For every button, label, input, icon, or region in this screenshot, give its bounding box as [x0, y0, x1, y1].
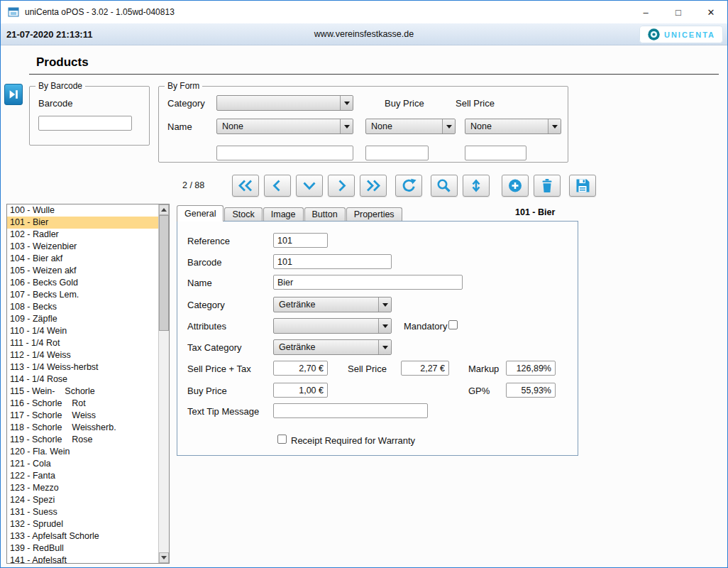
chevron-down-icon [378, 340, 391, 354]
sell-price-filter-mode: None [470, 121, 492, 131]
product-list-item[interactable]: 102 - Radler [7, 229, 158, 241]
delete-record-button[interactable] [534, 175, 561, 197]
product-list-item[interactable]: 132 - Sprudel [7, 518, 158, 530]
buy-price-filter-input[interactable] [365, 146, 429, 160]
refresh-button[interactable] [395, 175, 422, 197]
reference-input[interactable] [273, 233, 328, 248]
product-list-item[interactable]: 141 - Apfelsaft [7, 555, 158, 563]
product-list-item[interactable]: 111 - 1/4 Rot [7, 337, 158, 349]
expand-list-button[interactable] [296, 175, 323, 197]
product-list-item[interactable]: 118 - Schorle Weissherb. [7, 422, 158, 434]
product-list-item[interactable]: 133 - Apfelsaft Schorle [7, 530, 158, 542]
text-tip-input[interactable] [273, 403, 428, 418]
delete-record-icon [539, 178, 556, 193]
tab-image[interactable]: Image [263, 207, 304, 222]
sort-icon [468, 178, 485, 193]
sell-price-tax-input[interactable] [273, 361, 328, 376]
mandatory-checkbox[interactable] [448, 320, 458, 329]
page-title: Products [36, 55, 89, 70]
product-list-item[interactable]: 103 - Weizenbier [7, 241, 158, 253]
product-list-item[interactable]: 108 - Becks [7, 301, 158, 313]
product-list-item[interactable]: 112 - 1/4 Weiss [7, 349, 158, 361]
warranty-checkbox[interactable] [277, 435, 287, 444]
product-list-item[interactable]: 131 - Suess [7, 506, 158, 518]
mandatory-label: Mandatory [404, 321, 447, 332]
sell-price-input[interactable] [401, 361, 449, 376]
chevron-down-icon [378, 319, 391, 333]
window-title: uniCenta oPOS - 3.02 - 1.05wd-040813 [25, 7, 175, 17]
add-record-button[interactable] [502, 175, 529, 197]
tab-general[interactable]: General [177, 205, 224, 222]
product-list-item[interactable]: 123 - Mezzo [7, 482, 158, 494]
sort-button[interactable] [463, 175, 490, 197]
maximize-button[interactable]: □ [662, 1, 695, 23]
product-list-item[interactable]: 107 - Becks Lem. [7, 289, 158, 301]
save-record-button[interactable] [569, 175, 596, 197]
sell-price-filter-select[interactable]: None [465, 119, 561, 134]
tab-button[interactable]: Button [304, 207, 346, 222]
buy-price-label: Buy Price [187, 386, 227, 396]
product-list-item[interactable]: 106 - Becks Gold [7, 277, 158, 289]
barcode-input[interactable] [273, 254, 392, 269]
attributes-select[interactable] [273, 318, 392, 334]
product-list-item[interactable]: 117 - Schorle Weiss [7, 410, 158, 422]
chevron-down-icon [442, 119, 455, 133]
product-list-item[interactable]: 116 - Schorle Rot [7, 398, 158, 410]
product-list-item[interactable]: 104 - Bier akf [7, 253, 158, 265]
product-list-item[interactable]: 100 - Wulle [7, 204, 158, 217]
first-record-button[interactable] [232, 175, 259, 197]
product-list-item[interactable]: 115 - Wein- Schorle [7, 386, 158, 398]
search-icon [436, 178, 453, 193]
previous-record-button[interactable] [264, 175, 291, 197]
next-record-button[interactable] [328, 175, 355, 197]
barcode-label: Barcode [187, 257, 221, 268]
sell-price-tax-label: Sell Price + Tax [187, 364, 251, 374]
window-controls: – □ ✕ [629, 1, 727, 23]
product-list-item[interactable]: 119 - Schorle Rose [7, 434, 158, 446]
name-filter-select[interactable]: None [216, 119, 353, 134]
tab-properties[interactable]: Properties [346, 207, 402, 222]
last-record-button[interactable] [360, 175, 387, 197]
gp-input[interactable] [506, 383, 556, 398]
first-record-icon [237, 178, 254, 193]
product-list-item[interactable]: 113 - 1/4 Weiss-herbst [7, 361, 158, 373]
sell-price-filter-input[interactable] [465, 146, 526, 160]
category-select[interactable]: Getränke [273, 297, 392, 312]
buy-price-input[interactable] [273, 383, 328, 398]
scroll-up-button[interactable] [159, 204, 169, 215]
tax-category-select[interactable]: Getränke [273, 339, 392, 355]
unicenta-logo: UNICENTA [639, 26, 723, 43]
scroll-down-button[interactable] [159, 552, 169, 563]
name-input[interactable] [273, 275, 463, 290]
buy-price-filter-select[interactable]: None [365, 119, 456, 134]
markup-input[interactable] [506, 361, 556, 376]
product-list-item[interactable]: 101 - Bier [7, 217, 158, 229]
search-button[interactable] [431, 175, 458, 197]
product-list-item[interactable]: 110 - 1/4 Wein [7, 325, 158, 337]
minimize-button[interactable]: – [629, 1, 662, 23]
by-form-legend: By Form [165, 81, 202, 91]
product-list-item[interactable]: 121 - Cola [7, 458, 158, 470]
by-barcode-legend: By Barcode [35, 81, 85, 91]
tax-category-value: Getränke [279, 342, 315, 352]
brand-text: UNICENTA [664, 31, 715, 39]
barcode-filter-input[interactable] [38, 116, 132, 131]
product-list-item[interactable]: 139 - RedBull [7, 542, 158, 555]
chevron-down-icon [340, 119, 353, 133]
website-text: www.vereinsfestkasse.de [1, 29, 727, 39]
close-button[interactable]: ✕ [695, 1, 727, 23]
product-list-item[interactable]: 120 - Fla. Wein [7, 446, 158, 458]
tab-stock[interactable]: Stock [224, 207, 262, 222]
previous-record-icon [269, 178, 286, 193]
product-list-item[interactable]: 105 - Weizen akf [7, 265, 158, 277]
name-filter-input[interactable] [216, 146, 353, 160]
scrollbar-thumb[interactable] [159, 215, 169, 331]
list-scrollbar[interactable] [158, 204, 169, 563]
product-list-item[interactable]: 114 - 1/4 Rose [7, 373, 158, 386]
sidebar-toggle-button[interactable] [4, 84, 23, 105]
product-list-item[interactable]: 124 - Spezi [7, 494, 158, 506]
product-list-item[interactable]: 109 - Zäpfle [7, 313, 158, 325]
category-filter-select[interactable] [216, 95, 353, 111]
product-list-item[interactable]: 122 - Fanta [7, 470, 158, 482]
by-form-group: By Form Category Buy Price Sell Price Na… [158, 86, 568, 163]
